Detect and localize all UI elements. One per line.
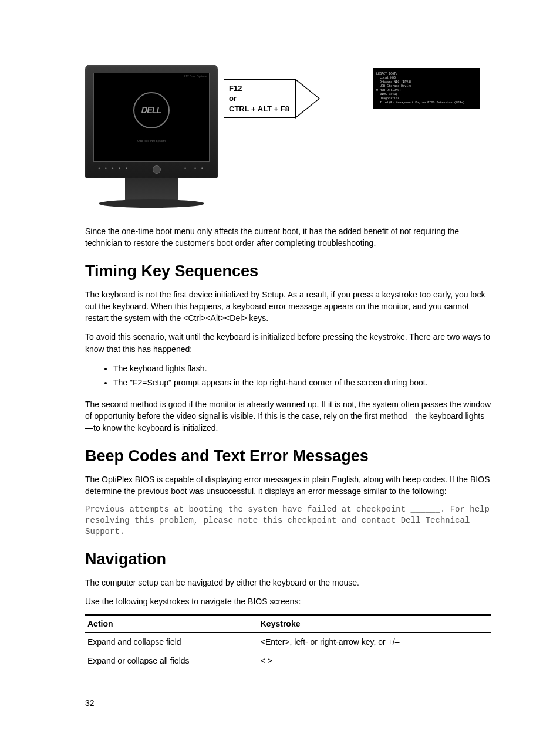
timing-bullets: The keyboard lights flash. The "F2=Setup… (85, 362, 491, 390)
nav-p1: The computer setup can be navigated by e… (85, 577, 491, 589)
keystroke-arrow: F12 or CTRL + ALT + F8 (224, 79, 320, 119)
beep-code-block: Previous attempts at booting the system … (85, 504, 491, 537)
arrow-text-line2: or (229, 93, 289, 104)
timing-p2: To avoid this scenario, wait until the k… (85, 331, 491, 355)
th-keystroke: Keystroke (258, 615, 491, 633)
arrow-right-icon (295, 79, 320, 119)
page-number: 32 (85, 698, 491, 708)
heading-timing: Timing Key Sequences (85, 262, 491, 280)
nav-p2: Use the following keystrokes to navigate… (85, 596, 491, 607)
beep-p1: The OptiPlex BIOS is capable of displayi… (85, 474, 491, 498)
cell-keystroke: <Enter>, left- or right-arrow key, or +/… (258, 633, 491, 652)
dell-logo-icon: DELL (133, 92, 170, 128)
figure-row: F12 Boot Options DELL OptiPlex 960 Syste… (85, 65, 491, 209)
timing-p1: The keyboard is not the first device ini… (85, 289, 491, 324)
arrow-text-line1: F12 (229, 83, 289, 94)
heading-navigation: Navigation (85, 550, 491, 569)
bullet-2: The "F2=Setup" prompt appears in the top… (113, 376, 491, 390)
dell-monitor-illustration: F12 Boot Options DELL OptiPlex 960 Syste… (85, 65, 218, 209)
th-action: Action (85, 615, 258, 633)
navigation-table: Action Keystroke Expand and collapse fie… (85, 614, 491, 670)
cell-action: Expand or collapse all fields (85, 651, 258, 670)
heading-beep: Beep Codes and Text Error Messages (85, 447, 491, 465)
cell-action: Expand and collapse field (85, 633, 258, 652)
intro-paragraph: Since the one-time boot menu only affect… (85, 225, 491, 249)
cell-keystroke: < > (258, 651, 491, 670)
arrow-text-line3: CTRL + ALT + F8 (229, 104, 289, 114)
bios-boot-menu-screenshot: LEGACY BOOT: Local HDD Onboard NIC (IPV4… (373, 68, 480, 109)
table-row: Expand or collapse all fields < > (85, 651, 491, 670)
bullet-1: The keyboard lights flash. (113, 362, 491, 376)
table-row: Expand and collapse field <Enter>, left-… (85, 633, 491, 652)
document-page: F12 Boot Options DELL OptiPlex 960 Syste… (0, 0, 560, 731)
timing-p3: The second method is good if the monitor… (85, 398, 491, 434)
